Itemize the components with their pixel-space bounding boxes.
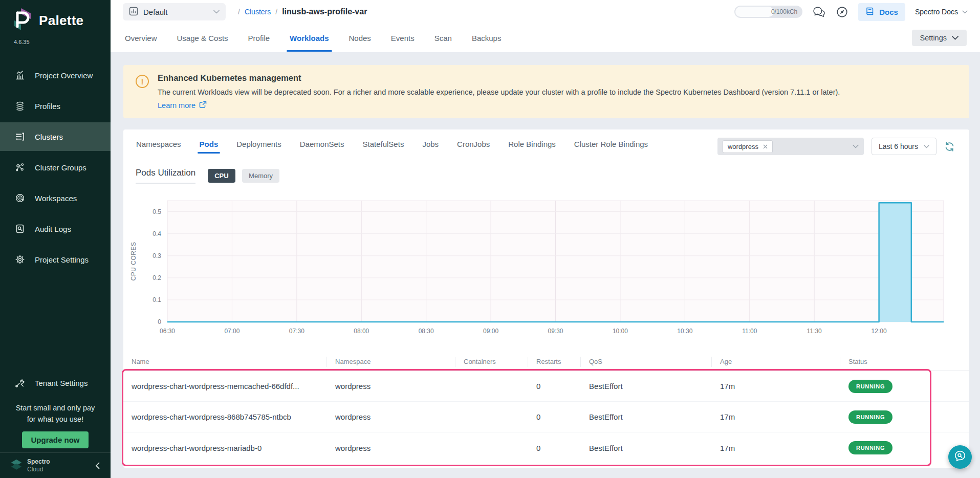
workload-controls: wordpress Last 6 hours [717,138,955,155]
spectro-docs-dropdown[interactable]: Spectro Docs [915,8,968,16]
column-header-restarts[interactable]: Restarts [528,357,581,367]
workloads-card: NamespacesPodsDeploymentsDaemonSetsState… [123,129,969,468]
pod-name: wordpress-chart-wordpress-868b745785-ntb… [123,412,327,421]
table-row[interactable]: wordpress-chart-wordpress-mariadb-0wordp… [123,432,969,463]
learn-more-link[interactable]: Learn more [158,101,207,110]
spectro-cloud-logo-icon [10,459,23,473]
sidebar-item-label: Project Settings [35,255,89,264]
app-root: Palette 4.6.35 Project OverviewProfilesC… [0,0,980,478]
filter-chip: wordpress [723,140,773,153]
usage-quota-text: 0/100kCh [771,6,797,18]
filter-chip-label: wordpress [728,143,758,150]
table-row[interactable]: wordpress-chart-wordpress-868b745785-ntb… [123,402,969,432]
workload-tab-namespaces[interactable]: Namespaces [136,138,182,156]
memory-toggle-button[interactable]: Memory [242,169,279,183]
cpu-toggle-button[interactable]: CPU [208,169,235,183]
brand: Palette [0,0,111,33]
project-selector[interactable]: Default [123,3,226,20]
sidebar-item-clusters[interactable]: Clusters [0,122,111,151]
table-row[interactable]: wordpress-chart-wordpress-memcached-66df… [123,371,969,402]
workload-tab-cronjobs[interactable]: CronJobs [456,138,490,156]
pod-restarts: 0 [528,382,581,390]
sidebar-nav: Project OverviewProfilesClustersCluster … [0,59,111,276]
breadcrumb-separator: / [275,8,277,16]
pods-table-header: NameNamespaceContainersRestartsQoSAgeSta… [123,353,969,371]
chevron-down-icon [962,10,968,14]
svg-text:09:00: 09:00 [483,328,498,335]
svg-text:12:00: 12:00 [872,328,887,335]
column-header-qos[interactable]: QoS [581,357,712,367]
sidebar-item-label: Clusters [35,133,63,141]
time-range-select[interactable]: Last 6 hours [872,138,937,155]
svg-text:0: 0 [158,318,161,325]
breadcrumb-clusters-link[interactable]: Clusters [245,8,271,16]
chip-close-icon[interactable] [763,144,768,149]
sidebar-item-audit-logs[interactable]: Audit Logs [0,214,111,243]
sidebar-item-project-settings[interactable]: Project Settings [0,245,111,274]
usage-quota-pill: 0/100kCh [734,6,802,18]
workload-tab-statefulsets[interactable]: StatefulSets [362,138,405,156]
chevron-down-icon [924,145,929,148]
pod-qos: BestEffort [581,412,712,421]
settings-button[interactable]: Settings [912,30,967,46]
column-header-age[interactable]: Age [712,357,840,367]
upgrade-promo: Start small and only pay for what you us… [0,402,111,448]
brand-name: Palette [39,13,83,29]
svg-text:08:30: 08:30 [419,328,434,335]
pod-age: 17m [712,412,840,421]
sidebar-item-cluster-groups[interactable]: Cluster Groups [0,153,111,182]
tab-backups[interactable]: Backups [471,25,503,52]
pod-status: RUNNING [840,410,969,424]
chat-icon[interactable] [812,6,826,18]
time-range-value: Last 6 hours [879,142,918,150]
deprecation-banner: ! Enhanced Kubernetes management The cur… [123,65,969,118]
utilization-header: Pods Utilization CPU Memory [123,156,969,184]
column-header-namespace[interactable]: Namespace [327,357,455,367]
help-chat-launcher[interactable] [948,445,972,469]
sidebar-item-label: Cluster Groups [35,163,86,172]
workload-tab-role-bindings[interactable]: Role Bindings [508,138,556,156]
chevron-down-icon [952,36,959,40]
sidebar: Palette 4.6.35 Project OverviewProfilesC… [0,0,111,478]
tab-scan[interactable]: Scan [433,25,453,52]
sidebar-item-label: Audit Logs [35,225,71,233]
tab-profile[interactable]: Profile [247,25,271,52]
pods-utilization-chart: 00.10.20.30.40.506:3007:0007:3008:0008:3… [123,187,969,340]
explore-compass-icon[interactable] [836,6,848,18]
svg-text:0.4: 0.4 [153,230,161,237]
refresh-icon[interactable] [944,141,955,152]
project-selector-value: Default [143,8,168,16]
sidebar-item-project-overview[interactable]: Project Overview [0,61,111,90]
tab-nodes[interactable]: Nodes [348,25,372,52]
breadcrumb-separator: / [238,8,240,16]
svg-text:09:30: 09:30 [548,328,563,335]
project-scope-icon [129,7,138,17]
svg-text:CPU CORES: CPU CORES [130,242,137,281]
sidebar-collapse-chevron-icon[interactable] [95,462,100,469]
sidebar-item-tenant-settings[interactable]: Tenant Settings [0,368,111,397]
column-header-name[interactable]: Name [123,357,327,367]
workload-tab-deployments[interactable]: Deployments [236,138,282,156]
sidebar-item-label: Profiles [35,102,60,111]
tab-usage-costs[interactable]: Usage & Costs [176,25,229,52]
tab-overview[interactable]: Overview [124,25,158,52]
tab-events[interactable]: Events [390,25,416,52]
sidebar-item-workspaces[interactable]: Workspaces [0,184,111,212]
namespace-filter-select[interactable]: wordpress [717,138,864,155]
workload-tab-daemonsets[interactable]: DaemonSets [299,138,345,156]
workload-tab-cluster-role-bindings[interactable]: Cluster Role Bindings [574,138,648,156]
warning-icon: ! [136,75,149,88]
docs-button[interactable]: Docs [858,3,905,21]
tab-workloads[interactable]: Workloads [289,25,330,52]
pod-namespace: wordpress [327,412,455,421]
upgrade-now-button[interactable]: Upgrade now [22,431,88,448]
workload-tab-jobs[interactable]: Jobs [422,138,439,156]
pod-name: wordpress-chart-wordpress-mariadb-0 [123,444,327,452]
cluster-tabs: OverviewUsage & CostsProfileWorkloadsNod… [124,25,502,52]
workload-tab-pods[interactable]: Pods [199,138,219,156]
column-header-status[interactable]: Status [840,357,969,367]
sidebar-tenant-section: Tenant Settings [0,366,111,399]
column-header-containers[interactable]: Containers [455,357,528,367]
sidebar-footer: Spectro Cloud [0,452,111,478]
sidebar-item-profiles[interactable]: Profiles [0,92,111,120]
